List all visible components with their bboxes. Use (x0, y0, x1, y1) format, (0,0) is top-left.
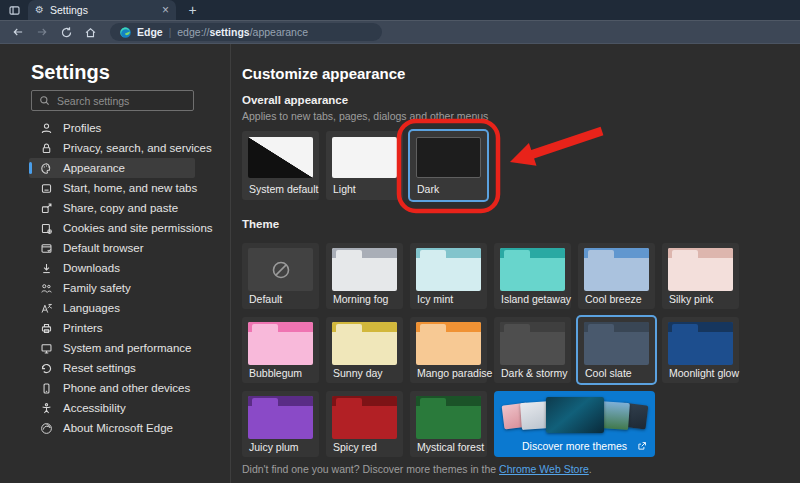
forward-button[interactable] (30, 22, 54, 42)
dark-thumbnail (416, 137, 481, 178)
address-bar[interactable]: Edge | edge://settings/appearance (110, 23, 382, 41)
tab-actions-menu-button[interactable] (5, 2, 23, 18)
sidebar-title: Settings (31, 61, 110, 84)
overall-appearance-description: Applies to new tabs, pages, dialogs and … (242, 110, 488, 122)
theme-tile-morning-fog[interactable]: Morning fog (326, 243, 403, 309)
theme-tile-cool-breeze[interactable]: Cool breeze (578, 243, 655, 309)
new-tab-button[interactable]: + (184, 2, 201, 18)
theme-tile-dark-and-stormy[interactable]: Dark & stormy (494, 317, 571, 383)
gear-icon: ⚙ (35, 5, 44, 15)
cookies-icon (39, 221, 53, 235)
back-button[interactable] (6, 22, 30, 42)
address-toolbar: Edge | edge://settings/appearance (0, 20, 800, 44)
sidebar-item-about-edge[interactable]: About Microsoft Edge (29, 418, 195, 438)
sidebar-item-appearance[interactable]: Appearance (29, 158, 195, 178)
overall-appearance-options: System default Light Dark (242, 131, 487, 200)
person-icon (39, 121, 53, 135)
tab-strip: ⚙ Settings × + (0, 0, 800, 20)
chrome-web-store-link[interactable]: Chrome Web Store (499, 463, 589, 475)
theme-thumbnail (584, 248, 649, 291)
tab-settings[interactable]: ⚙ Settings × (28, 0, 176, 20)
tab-actions-icon (8, 4, 21, 17)
theme-thumbnail (416, 248, 481, 291)
sidebar-item-accessibility[interactable]: Accessibility (29, 398, 195, 418)
external-link-icon (637, 441, 647, 451)
light-thumbnail (332, 137, 397, 178)
theme-tile-mango-paradise[interactable]: Mango paradise (410, 317, 487, 383)
system-default-thumbnail (248, 137, 313, 178)
overall-appearance-heading: Overall appearance (242, 94, 348, 106)
search-settings-box[interactable] (31, 90, 194, 111)
sidebar-item-phone-devices[interactable]: Phone and other devices (29, 378, 195, 398)
theme-thumbnail (500, 322, 565, 365)
theme-thumbnail (416, 396, 481, 439)
theme-thumbnail (248, 396, 313, 439)
phone-icon (39, 381, 53, 395)
theme-tile-silky-pink[interactable]: Silky pink (662, 243, 739, 309)
theme-tile-cool-slate[interactable]: Cool slate (578, 317, 655, 383)
printer-icon (39, 321, 53, 335)
theme-thumbnail (332, 322, 397, 365)
search-settings-input[interactable] (57, 95, 186, 107)
option-system-default[interactable]: System default (242, 131, 319, 200)
theme-tile-default[interactable]: Default (242, 243, 319, 309)
home-icon (84, 26, 97, 39)
theme-thumbnail (248, 322, 313, 365)
theme-thumbnail (248, 248, 313, 291)
search-icon (39, 95, 50, 106)
theme-tile-icy-mint[interactable]: Icy mint (410, 243, 487, 309)
theme-tile-moonlight-glow[interactable]: Moonlight glow (662, 317, 739, 383)
tab-title: Settings (50, 4, 156, 16)
sidebar-item-downloads[interactable]: Downloads (29, 258, 195, 278)
theme-preview-image (546, 397, 604, 433)
sidebar-item-start-home-newtabs[interactable]: Start, home, and new tabs (29, 178, 195, 198)
browser-check-icon (39, 241, 53, 255)
sidebar-item-cookies-permissions[interactable]: Cookies and site permissions (29, 218, 195, 238)
sidebar-nav: Profiles Privacy, search, and services A… (29, 118, 195, 438)
appearance-content: Customize appearance Overall appearance … (242, 44, 800, 483)
sidebar-item-share-copy-paste[interactable]: Share, copy and paste (29, 198, 195, 218)
theme-tile-bubblegum[interactable]: Bubblegum (242, 317, 319, 383)
theme-footer-note: Didn't find one you want? Discover more … (242, 463, 592, 475)
option-dark[interactable]: Dark (410, 131, 487, 200)
sidebar-item-default-browser[interactable]: Default browser (29, 238, 195, 258)
url-separator: | (169, 27, 172, 38)
option-light[interactable]: Light (326, 131, 403, 200)
sidebar-item-reset-settings[interactable]: Reset settings (29, 358, 195, 378)
theme-tile-mystical-forest[interactable]: Mystical forest (410, 391, 487, 457)
forward-arrow-icon (35, 26, 49, 38)
theme-tile-spicy-red[interactable]: Spicy red (326, 391, 403, 457)
settings-sidebar: Settings Profiles Privacy, search, and s… (0, 44, 230, 483)
reset-icon (39, 361, 53, 375)
theme-tile-island-getaway[interactable]: Island getaway (494, 243, 571, 309)
sidebar-item-printers[interactable]: Printers (29, 318, 195, 338)
tab-close-icon[interactable]: × (162, 4, 169, 16)
sidebar-item-languages[interactable]: Languages (29, 298, 195, 318)
discover-more-themes-button[interactable]: Discover more themes (494, 391, 655, 457)
monitor-icon (39, 341, 53, 355)
theme-thumbnail (668, 248, 733, 291)
back-arrow-icon (11, 26, 25, 38)
theme-tile-sunny-day[interactable]: Sunny day (326, 317, 403, 383)
theme-heading: Theme (242, 218, 279, 230)
edge-browser-window: ⚙ Settings × + (0, 0, 800, 483)
sidebar-item-profiles[interactable]: Profiles (29, 118, 195, 138)
site-brand-label: Edge (137, 26, 163, 38)
theme-thumbnail (332, 396, 397, 439)
window-icon (39, 181, 53, 195)
theme-tile-juicy-plum[interactable]: Juicy plum (242, 391, 319, 457)
theme-thumbnail (668, 322, 733, 365)
home-button[interactable] (78, 22, 102, 42)
share-icon (39, 201, 53, 215)
edge-logo-icon (39, 421, 53, 435)
refresh-button[interactable] (54, 22, 78, 42)
sidebar-item-family-safety[interactable]: Family safety (29, 278, 195, 298)
sidebar-item-system-performance[interactable]: System and performance (29, 338, 195, 358)
theme-thumbnail (500, 248, 565, 291)
sidebar-item-privacy[interactable]: Privacy, search, and services (29, 138, 195, 158)
language-icon (39, 301, 53, 315)
lock-icon (39, 141, 53, 155)
theme-thumbnail (584, 322, 649, 365)
theme-grid: Default Morning fog Icy mint Island geta… (242, 243, 739, 457)
page-title: Customize appearance (242, 65, 405, 82)
